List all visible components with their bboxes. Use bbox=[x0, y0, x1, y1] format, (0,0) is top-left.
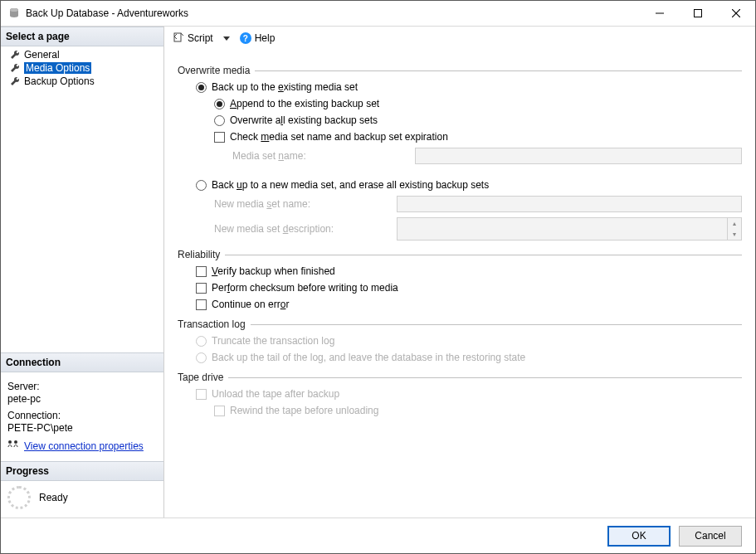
server-value: pete-pc bbox=[7, 393, 159, 405]
content-area: Overwrite media Back up to the existing … bbox=[164, 50, 755, 518]
dialog-footer: OK Cancel bbox=[1, 518, 755, 553]
radio-truncate-tlog: Truncate the transaction log bbox=[178, 335, 742, 347]
help-icon: ? bbox=[240, 32, 251, 44]
minimize-button[interactable] bbox=[641, 1, 679, 26]
new-media-set-description-label: New media set description: bbox=[214, 223, 397, 235]
server-label: Server: bbox=[7, 381, 159, 392]
checkbox-label: Rewind the tape before unloading bbox=[230, 405, 378, 416]
wrench-icon bbox=[9, 49, 21, 61]
database-icon bbox=[7, 7, 21, 20]
script-icon bbox=[173, 32, 184, 46]
checkbox-label: Unload the tape after backup bbox=[212, 388, 339, 400]
ok-button[interactable]: OK bbox=[607, 526, 671, 547]
close-button[interactable] bbox=[717, 1, 755, 26]
connection-label: Connection: bbox=[7, 410, 159, 421]
radio-existing-media-set[interactable]: Back up to the existing media set bbox=[178, 81, 742, 93]
checkbox-label: Check media set name and backup set expi… bbox=[230, 131, 448, 143]
backup-database-dialog: Back Up Database - Adventureworks Select… bbox=[0, 0, 756, 554]
checkbox-perform-checksum[interactable]: Perform checksum before writing to media bbox=[178, 282, 742, 294]
progress-status: Ready bbox=[39, 492, 68, 503]
radio-icon bbox=[214, 115, 225, 126]
checkbox-label: Verify backup when finished bbox=[212, 265, 335, 277]
page-list: General Media Options Backup Options bbox=[1, 46, 163, 93]
script-label: Script bbox=[188, 32, 213, 44]
svg-point-7 bbox=[14, 440, 17, 444]
checkbox-check-media-name[interactable]: Check media set name and backup set expi… bbox=[178, 131, 742, 143]
select-page-header: Select a page bbox=[1, 27, 163, 46]
radio-label: Back up to a new media set, and erase al… bbox=[212, 179, 489, 191]
page-label: General bbox=[24, 49, 60, 61]
new-media-set-description-input: ▴▾ bbox=[397, 217, 742, 241]
checkbox-label: Perform checksum before writing to media bbox=[212, 282, 398, 294]
svg-rect-3 bbox=[695, 10, 702, 17]
new-media-set-name-label: New media set name: bbox=[214, 198, 397, 210]
chevron-down-icon bbox=[223, 36, 230, 41]
radio-new-media-set[interactable]: Back up to a new media set, and erase al… bbox=[178, 179, 742, 191]
group-title-overwrite: Overwrite media bbox=[178, 65, 250, 76]
checkbox-rewind-tape: Rewind the tape before unloading bbox=[178, 405, 742, 416]
radio-icon bbox=[196, 336, 207, 347]
toolbar: Script ? Help bbox=[164, 27, 755, 50]
page-item-backup-options[interactable]: Backup Options bbox=[1, 75, 163, 88]
radio-append-existing[interactable]: Append to the existing backup set bbox=[178, 98, 742, 109]
spinner-icon: ▴▾ bbox=[727, 218, 741, 240]
left-panel: Select a page General Media Options bbox=[1, 27, 163, 518]
maximize-button[interactable] bbox=[679, 1, 717, 26]
group-reliability: Reliability Verify backup when finished … bbox=[178, 249, 742, 310]
checkbox-label: Continue on error bbox=[212, 299, 289, 310]
progress-ring-icon bbox=[7, 486, 31, 509]
group-overwrite-media: Overwrite media Back up to the existing … bbox=[178, 65, 742, 241]
group-title-tape: Tape drive bbox=[178, 372, 223, 383]
page-label: Media Options bbox=[24, 62, 91, 74]
checkbox-icon bbox=[196, 299, 207, 310]
connection-value: PETE-PC\pete bbox=[7, 422, 159, 434]
script-button[interactable]: Script bbox=[169, 30, 217, 47]
media-set-name-input bbox=[415, 148, 742, 164]
script-dropdown[interactable] bbox=[220, 35, 233, 42]
page-label: Backup Options bbox=[24, 75, 95, 87]
checkbox-icon bbox=[196, 266, 207, 277]
checkbox-verify-backup[interactable]: Verify backup when finished bbox=[178, 265, 742, 277]
radio-icon bbox=[196, 82, 207, 93]
page-item-general[interactable]: General bbox=[1, 48, 163, 61]
wrench-icon bbox=[9, 75, 21, 87]
checkbox-continue-on-error[interactable]: Continue on error bbox=[178, 299, 742, 310]
checkbox-icon bbox=[196, 389, 207, 400]
group-title-reliability: Reliability bbox=[178, 249, 220, 260]
title-bar: Back Up Database - Adventureworks bbox=[1, 1, 755, 27]
connection-properties-icon bbox=[7, 439, 19, 453]
group-tape-drive: Tape drive Unload the tape after backup … bbox=[178, 372, 742, 416]
connection-block: Server: pete-pc Connection: PETE-PC\pete… bbox=[1, 372, 163, 461]
help-label: Help bbox=[255, 32, 276, 44]
checkbox-icon bbox=[214, 406, 225, 416]
new-media-set-name-input bbox=[397, 196, 742, 212]
radio-label: Overwrite all existing backup sets bbox=[230, 114, 378, 126]
radio-icon bbox=[214, 99, 225, 109]
checkbox-unload-tape: Unload the tape after backup bbox=[178, 388, 742, 400]
cancel-button[interactable]: Cancel bbox=[679, 526, 742, 547]
svg-point-6 bbox=[8, 440, 12, 444]
right-panel: Script ? Help Overwrite media bbox=[163, 27, 755, 518]
window-title: Back Up Database - Adventureworks bbox=[26, 7, 188, 19]
radio-label: Back up to the existing media set bbox=[212, 81, 358, 93]
group-title-tlog: Transaction log bbox=[178, 318, 246, 330]
checkbox-icon bbox=[196, 283, 207, 294]
radio-icon bbox=[196, 180, 207, 191]
help-button[interactable]: ? Help bbox=[237, 31, 279, 46]
radio-icon bbox=[196, 352, 207, 363]
radio-label: Truncate the transaction log bbox=[212, 335, 334, 347]
wrench-icon bbox=[9, 62, 21, 74]
radio-backup-tail: Back up the tail of the log, and leave t… bbox=[178, 352, 742, 363]
radio-overwrite-all[interactable]: Overwrite all existing backup sets bbox=[178, 114, 742, 126]
radio-label: Append to the existing backup set bbox=[230, 98, 379, 109]
progress-header: Progress bbox=[1, 461, 163, 481]
view-connection-properties-link[interactable]: View connection properties bbox=[24, 440, 144, 452]
media-set-name-label: Media set name: bbox=[232, 150, 415, 162]
page-item-media-options[interactable]: Media Options bbox=[1, 61, 163, 75]
connection-header: Connection bbox=[1, 352, 163, 372]
svg-point-1 bbox=[10, 8, 18, 12]
radio-label: Back up the tail of the log, and leave t… bbox=[212, 352, 525, 363]
checkbox-icon bbox=[214, 132, 225, 143]
group-transaction-log: Transaction log Truncate the transaction… bbox=[178, 318, 742, 363]
progress-block: Ready bbox=[1, 481, 163, 518]
